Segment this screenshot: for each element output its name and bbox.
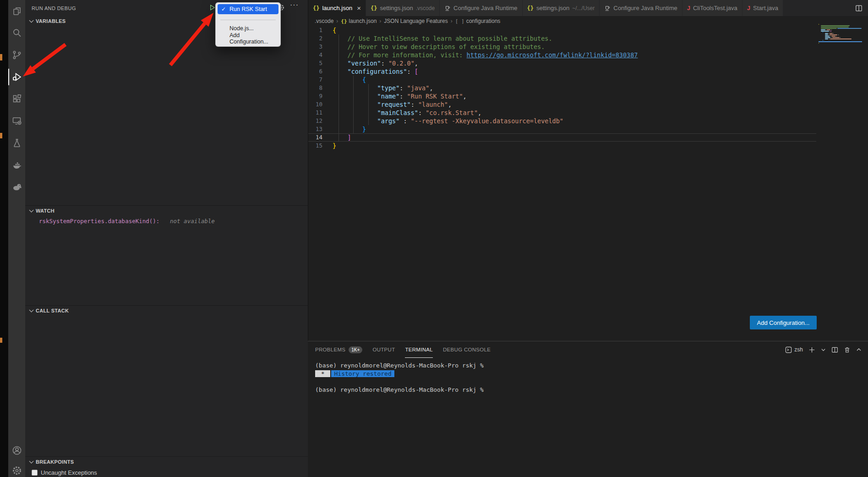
add-configuration-button[interactable]: Add Configuration... xyxy=(750,316,817,329)
watch-expression-row[interactable]: rskSystemProperties.databaseKind(): not … xyxy=(25,216,308,225)
kill-terminal-icon[interactable] xyxy=(844,346,851,353)
code-line-4[interactable]: 4 // For more information, visit: https:… xyxy=(308,51,816,59)
tab-start-java[interactable]: JStart.java xyxy=(742,0,783,16)
terminal-output[interactable]: (base) reynoldmorel@Reynolds-MacBook-Pro… xyxy=(315,362,863,477)
tab-label: Configure Java Runtime xyxy=(453,5,517,11)
code-line-12[interactable]: 12 "args" : "--regtest -Xkeyvalue.dataso… xyxy=(308,117,816,125)
code-line-9[interactable]: 9 "name": "Run RSK Start", xyxy=(308,92,816,100)
sidebar-title: RUN AND DEBUG xyxy=(32,5,76,11)
new-terminal-icon[interactable] xyxy=(808,346,815,353)
minimap-line xyxy=(829,38,830,39)
tab-description: ~/.../User xyxy=(572,5,595,11)
explorer-icon xyxy=(11,5,22,16)
breadcrumb-item[interactable]: [ ]configurations xyxy=(455,18,501,24)
line-number: 4 xyxy=(308,51,322,59)
launch-profile-chevron-icon[interactable] xyxy=(821,347,826,352)
panel-tab-label: DEBUG CONSOLE xyxy=(443,347,491,352)
terminal-line: * History restored xyxy=(315,370,863,378)
code-line-6[interactable]: 6 "configurations": [ xyxy=(308,67,816,76)
code-line-7[interactable]: 7 { xyxy=(308,76,816,84)
call-stack-section-header[interactable]: CALL STACK xyxy=(25,306,308,316)
minimap-line xyxy=(821,28,837,29)
activity-bar-item-testing[interactable] xyxy=(8,132,25,154)
bottom-panel: PROBLEMS1K+OUTPUTTERMINALDEBUG CONSOLE z… xyxy=(308,341,868,477)
breadcrumb-item[interactable]: JSON Language Features xyxy=(384,18,448,24)
minimap-line xyxy=(819,24,819,25)
panel-tab-terminal[interactable]: TERMINAL xyxy=(405,341,433,358)
tab-settings-json[interactable]: {}settings.json~/.../User xyxy=(523,0,600,16)
breadcrumb-separator: › xyxy=(336,18,338,24)
breadcrumb: .vscode›{}launch.json›JSON Language Feat… xyxy=(308,16,868,26)
panel-tab-label: PROBLEMS xyxy=(315,347,345,352)
line-number: 7 xyxy=(308,76,322,84)
terminal-badge: History restored xyxy=(331,370,394,377)
code-line-14[interactable]: 14 ] xyxy=(308,133,816,142)
minimap-line xyxy=(825,37,831,38)
menu-item-run-rsk-start[interactable]: ✓Run RSK Start xyxy=(218,4,278,14)
minimap-line xyxy=(821,27,849,27)
line-number: 2 xyxy=(308,34,322,43)
code-line-13[interactable]: 13 } xyxy=(308,125,816,133)
code-line-2[interactable]: 2 // Use IntelliSense to learn about pos… xyxy=(308,34,816,43)
watch-section-header[interactable]: WATCH xyxy=(25,206,308,216)
minimap-line xyxy=(825,38,828,39)
panel-tab-output[interactable]: OUTPUT xyxy=(372,341,395,358)
terminal-profile-selector[interactable]: zsh xyxy=(785,346,803,353)
activity-bar-item-account[interactable] xyxy=(8,440,25,461)
activity-bar-item-run-and-debug[interactable] xyxy=(8,66,25,88)
maximize-panel-icon[interactable] xyxy=(856,347,862,352)
chevron-down-icon xyxy=(29,208,34,213)
uncaught-exceptions-checkbox[interactable] xyxy=(32,470,38,476)
code-line-15[interactable]: 15} xyxy=(308,142,816,150)
tab-configure-java-runtime[interactable]: Configure Java Runtime xyxy=(600,0,682,16)
code-line-3[interactable]: 3 // Hover to view descriptions of exist… xyxy=(308,43,816,51)
start-debugging-icon[interactable] xyxy=(209,4,216,13)
minimap-line xyxy=(829,34,829,35)
tab-settings-json[interactable]: {}settings.json.vscode xyxy=(366,0,440,16)
watch-value xyxy=(163,218,167,225)
breadcrumb-item[interactable]: {}launch.json xyxy=(341,18,377,24)
activity-bar-item-source-control[interactable] xyxy=(8,44,25,66)
code-line-11[interactable]: 11 "mainClass": "co.rsk.Start", xyxy=(308,109,816,117)
menu-item-label: Run RSK Start xyxy=(229,6,267,12)
activity-bar-item-gradle[interactable] xyxy=(8,176,25,198)
line-number: 10 xyxy=(308,100,322,109)
breakpoints-section-header[interactable]: BREAKPOINTS xyxy=(25,457,308,467)
activity-bar-item-search[interactable] xyxy=(8,22,25,44)
tab-launch-json[interactable]: {}launch.json× xyxy=(308,0,366,16)
tab-label: settings.json xyxy=(380,5,413,11)
tab-label: Start.java xyxy=(753,5,778,11)
activity-bar-item-settings-gear[interactable] xyxy=(8,461,25,477)
tab-clitoolstest-java[interactable]: JCliToolsTest.java xyxy=(682,0,742,16)
code-line-5[interactable]: 5 "version": "0.2.0", xyxy=(308,59,816,67)
terminal-icon xyxy=(785,346,792,353)
activity-bar-item-remote-explorer[interactable] xyxy=(8,110,25,132)
tab-configure-java-runtime[interactable]: Configure Java Runtime xyxy=(440,0,522,16)
checkmark-icon: ✓ xyxy=(221,6,226,12)
split-editor-icon[interactable] xyxy=(855,0,868,16)
minimap-line xyxy=(819,43,819,44)
tab-label: launch.json xyxy=(322,5,352,11)
breadcrumb-label: configurations xyxy=(466,18,501,24)
views-more-actions-icon[interactable]: ··· xyxy=(290,1,299,9)
minimap-line xyxy=(836,36,836,37)
breadcrumb-item[interactable]: .vscode xyxy=(315,18,333,24)
minimap-line xyxy=(823,40,823,41)
minimap-current-line xyxy=(819,41,862,42)
activity-bar-item-explorer[interactable] xyxy=(8,0,25,22)
panel-tab-problems[interactable]: PROBLEMS1K+ xyxy=(315,341,362,358)
split-terminal-icon[interactable] xyxy=(831,346,838,353)
code-line-1[interactable]: 1{ xyxy=(308,26,816,34)
minimap[interactable] xyxy=(819,22,862,59)
minimap-line xyxy=(830,38,852,39)
panel-tab-debug-console[interactable]: DEBUG CONSOLE xyxy=(443,341,491,358)
close-icon[interactable]: × xyxy=(357,4,361,12)
run-and-debug-sidebar: RUN AND DEBUG ··· VARIABLES WATCH rskSys… xyxy=(25,0,308,477)
code-editor[interactable]: 1{2 // Use IntelliSense to learn about p… xyxy=(308,26,868,154)
minimap-line xyxy=(821,25,850,26)
activity-bar-item-docker[interactable] xyxy=(8,154,25,176)
code-line-8[interactable]: 8 "type": "java", xyxy=(308,84,816,92)
activity-bar-item-extensions[interactable] xyxy=(8,88,25,110)
code-line-10[interactable]: 10 "request": "launch", xyxy=(308,100,816,109)
menu-item-add-configuration-[interactable]: Add Configuration... xyxy=(218,33,278,44)
